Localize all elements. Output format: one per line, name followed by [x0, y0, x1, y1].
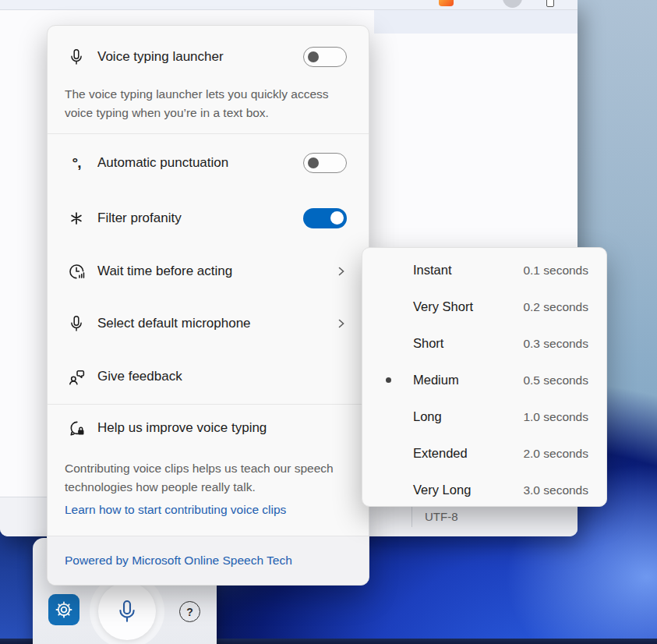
- wait-time-submenu: Instant 0.1 seconds Very Short 0.2 secon…: [362, 247, 607, 507]
- filter-profanity-toggle[interactable]: [303, 208, 347, 228]
- microphone-icon: [66, 47, 87, 67]
- wait-time-row[interactable]: Wait time before acting: [48, 252, 369, 291]
- help-button[interactable]: ?: [179, 601, 200, 622]
- voice-typing-launcher-toggle[interactable]: [303, 47, 347, 67]
- row-label: Voice typing launcher: [97, 49, 224, 65]
- selected-indicator: [386, 377, 391, 383]
- microphone-icon: [66, 313, 87, 334]
- microphone-icon: [114, 598, 140, 625]
- statusbar-divider: [412, 507, 412, 527]
- wait-option-instant[interactable]: Instant 0.1 seconds: [362, 252, 606, 288]
- learn-contributing-link[interactable]: Learn how to start contributing voice cl…: [65, 503, 286, 517]
- wait-option-long[interactable]: Long 1.0 seconds: [362, 398, 606, 435]
- row-label: Give feedback: [97, 369, 182, 384]
- wait-option-very-short[interactable]: Very Short 0.2 seconds: [362, 288, 606, 325]
- settings-button[interactable]: [48, 594, 79, 625]
- avatar[interactable]: [503, 0, 522, 8]
- help-improve-row[interactable]: Help us improve voice typing: [48, 409, 369, 448]
- question-mark-icon: ?: [186, 606, 193, 618]
- background-window-toolband: [374, 10, 578, 34]
- row-label: Wait time before acting: [97, 264, 232, 279]
- select-microphone-row[interactable]: Select default microphone: [48, 304, 369, 343]
- voice-typing-settings-flyout: Voice typing launcher The voice typing l…: [47, 25, 369, 586]
- row-label: Filter profanity: [97, 211, 182, 226]
- wait-option-medium[interactable]: Medium 0.5 seconds: [362, 362, 606, 398]
- clock-bars-icon: [66, 261, 87, 281]
- wait-option-very-long[interactable]: Very Long 3.0 seconds: [362, 472, 606, 508]
- asterisk-icon: [66, 208, 87, 228]
- row-label: Help us improve voice typing: [97, 420, 267, 436]
- wait-option-extended[interactable]: Extended 2.0 seconds: [362, 435, 606, 472]
- section-divider: [48, 404, 369, 405]
- person-chat-icon: [66, 366, 87, 387]
- powered-by-link[interactable]: Powered by Microsoft Online Speech Tech: [65, 554, 292, 568]
- row-label: Select default microphone: [97, 316, 251, 331]
- launcher-description: The voice typing launcher lets you quick…: [65, 85, 337, 122]
- chevron-right-icon: [336, 318, 347, 329]
- chat-lock-icon: [66, 418, 87, 438]
- window-menu-icon[interactable]: [546, 0, 554, 7]
- voice-typing-launcher-row[interactable]: Voice typing launcher: [48, 37, 369, 76]
- extension-icon[interactable]: [439, 0, 454, 6]
- punctuation-icon: °,: [66, 153, 87, 173]
- wait-option-short[interactable]: Short 0.3 seconds: [362, 325, 606, 362]
- flyout-footer: Powered by Microsoft Online Speech Tech: [48, 536, 369, 585]
- automatic-punctuation-row[interactable]: °, Automatic punctuation: [48, 143, 369, 182]
- filter-profanity-row[interactable]: Filter profanity: [48, 199, 369, 238]
- row-label: Automatic punctuation: [97, 155, 228, 171]
- chevron-right-icon: [336, 266, 347, 277]
- improve-description: Contributing voice clips helps us teach …: [65, 459, 345, 497]
- give-feedback-row[interactable]: Give feedback: [48, 357, 369, 396]
- section-divider: [48, 133, 369, 134]
- microphone-button[interactable]: [98, 582, 156, 640]
- gear-icon: [54, 600, 74, 620]
- automatic-punctuation-toggle[interactable]: [303, 153, 347, 173]
- background-window-titlebar: [0, 0, 578, 10]
